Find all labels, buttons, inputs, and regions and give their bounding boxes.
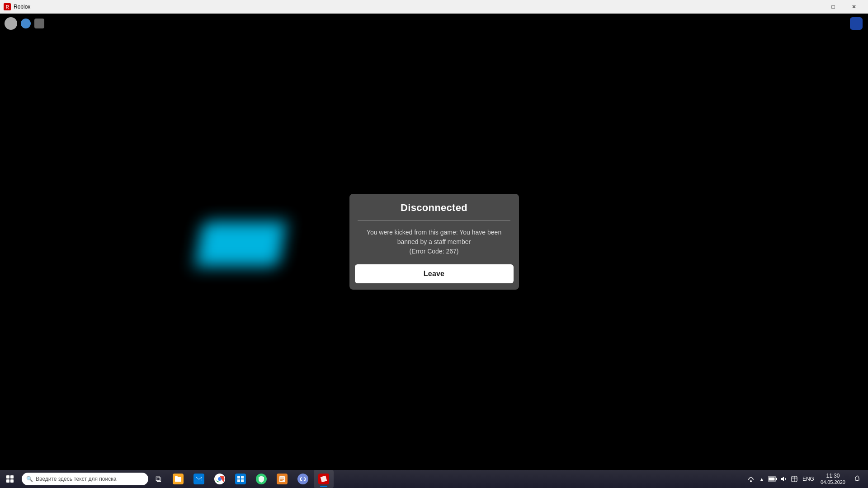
clock[interactable]: 11:30 04.05.2020 [818, 470, 848, 488]
store-icon [235, 474, 246, 484]
minimize-button[interactable]: — [802, 0, 823, 14]
disconnected-dialog: Disconnected You were kicked from this g… [349, 194, 519, 290]
network-tray-icon[interactable] [746, 470, 755, 488]
taskbar-app-security[interactable] [251, 470, 271, 488]
dialog-title: Disconnected [359, 202, 510, 214]
battery-tray-icon[interactable] [768, 470, 777, 488]
dialog-header: Disconnected [349, 194, 519, 220]
close-button[interactable]: ✕ [844, 0, 864, 14]
dialog-body: You were kicked from this game: You have… [349, 228, 519, 264]
title-bar: R Roblox — □ ✕ [0, 0, 868, 14]
dialog-footer: Leave [349, 264, 519, 290]
game-area: Disconnected You were kicked from this g… [0, 14, 868, 470]
svg-rect-0 [175, 477, 181, 482]
volume-tray-icon[interactable] [779, 470, 788, 488]
security-icon [256, 474, 267, 484]
chevron-up-icon: ▲ [760, 477, 764, 482]
svg-rect-11 [280, 479, 284, 480]
taskbar-app-explorer[interactable] [168, 470, 188, 488]
window-controls: — □ ✕ [802, 0, 864, 14]
start-button[interactable] [0, 470, 20, 488]
dialog-divider [358, 220, 510, 221]
svg-rect-16 [776, 478, 777, 480]
discord-icon [297, 474, 308, 484]
svg-rect-1 [175, 476, 178, 478]
svg-rect-8 [241, 479, 244, 482]
search-icon: 🔍 [26, 476, 33, 482]
window-title: Roblox [14, 4, 802, 10]
pinned-apps [166, 470, 743, 488]
taskbar-app-roblox[interactable] [314, 470, 334, 488]
svg-rect-13 [321, 476, 327, 483]
taskbar: 🔍 Введите здесь текст для поиска ⧉ [0, 470, 868, 488]
vpn-tray-icon[interactable] [790, 470, 799, 488]
roblox-icon [318, 474, 329, 484]
taskbar-app-store[interactable] [231, 470, 250, 488]
dialog-overlay: Disconnected You were kicked from this g… [0, 14, 868, 470]
system-tray: ▲ ENG 11:30 04.05.2020 [743, 470, 868, 488]
svg-rect-6 [241, 476, 244, 479]
windows-logo [6, 475, 14, 483]
dialog-message: You were kicked from this game: You have… [359, 228, 510, 256]
search-placeholder-text: Введите здесь текст для поиска [36, 476, 116, 482]
svg-rect-21 [856, 480, 858, 481]
svg-rect-10 [280, 478, 284, 479]
explorer-icon [173, 474, 184, 484]
chrome-icon [214, 474, 225, 484]
notification-button[interactable] [850, 470, 864, 488]
mail-icon [193, 474, 204, 484]
svg-point-14 [750, 480, 752, 482]
task-view-button[interactable]: ⧉ [150, 470, 166, 488]
svg-rect-5 [237, 476, 240, 479]
svg-rect-17 [769, 478, 774, 481]
app-icon: R [4, 3, 11, 10]
leave-button[interactable]: Leave [355, 264, 514, 283]
active-app-indicator [320, 486, 327, 487]
show-hidden-icons-button[interactable]: ▲ [757, 470, 766, 488]
taskbar-app-files[interactable] [272, 470, 292, 488]
task-view-icon: ⧉ [156, 474, 161, 484]
language-label[interactable]: ENG [801, 476, 816, 482]
clock-time: 11:30 [826, 473, 840, 479]
svg-rect-7 [237, 479, 240, 482]
maximize-button[interactable]: □ [823, 0, 844, 14]
clock-date: 04.05.2020 [821, 479, 845, 485]
taskbar-app-discord[interactable] [293, 470, 313, 488]
search-bar[interactable]: 🔍 Введите здесь текст для поиска [22, 473, 148, 485]
svg-rect-12 [280, 480, 283, 481]
taskbar-app-chrome[interactable] [210, 470, 230, 488]
taskbar-app-mail[interactable] [189, 470, 209, 488]
files-icon [277, 474, 288, 484]
